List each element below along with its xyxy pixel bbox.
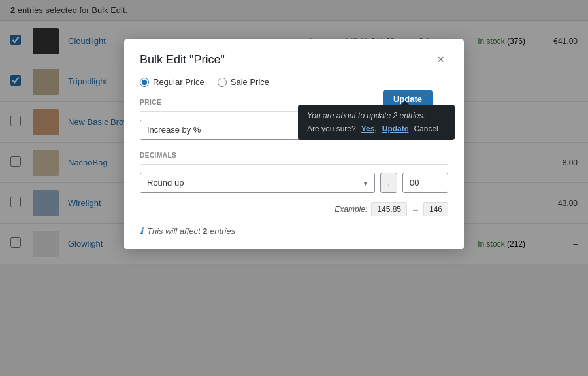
modal-title: Bulk Edit "Price" bbox=[140, 53, 225, 67]
example-label: Example: bbox=[335, 205, 367, 214]
decimals-section-label: DECIMALS bbox=[140, 152, 448, 159]
confirmation-tooltip: You are about to update 2 entries. Are y… bbox=[298, 105, 455, 140]
info-text: This will affect 2 entries bbox=[147, 226, 235, 236]
tooltip-yes[interactable]: Yes, bbox=[361, 124, 377, 133]
price-type-radio-group: Regular Price Sale Price bbox=[140, 77, 448, 87]
modal-overlay: Bulk Edit "Price" × Regular Price Sale P… bbox=[0, 0, 588, 376]
radio-sale-input[interactable] bbox=[218, 78, 227, 87]
radio-regular-label: Regular Price bbox=[153, 77, 204, 87]
radio-sale-price[interactable]: Sale Price bbox=[218, 77, 269, 87]
bulk-edit-modal: Bulk Edit "Price" × Regular Price Sale P… bbox=[124, 39, 464, 249]
radio-regular-input[interactable] bbox=[140, 78, 149, 87]
info-entries-suffix: entries bbox=[207, 226, 235, 236]
example-from: 145.85 bbox=[371, 202, 407, 216]
tooltip-line1: You are about to update 2 entries. bbox=[307, 111, 446, 120]
decimals-dropdown[interactable]: No rounding Round up Round down Round bbox=[140, 173, 375, 193]
radio-regular-price[interactable]: Regular Price bbox=[140, 77, 204, 87]
decimals-row: No rounding Round up Round down Round ▼ … bbox=[140, 173, 448, 193]
modal-close-button[interactable]: × bbox=[433, 52, 448, 67]
tooltip-cancel[interactable]: Cancel bbox=[414, 124, 438, 133]
modal-header: Bulk Edit "Price" × bbox=[140, 52, 448, 67]
tooltip-question: Are you sure? bbox=[307, 124, 356, 133]
comma-badge: , bbox=[380, 173, 397, 193]
decimals-input[interactable] bbox=[402, 173, 448, 193]
tooltip-box: You are about to update 2 entries. Are y… bbox=[298, 105, 455, 140]
radio-sale-label: Sale Price bbox=[231, 77, 269, 87]
decimals-dropdown-wrap: No rounding Round up Round down Round ▼ bbox=[140, 173, 375, 193]
arrow-right-icon: → bbox=[411, 205, 419, 214]
info-icon: ℹ bbox=[140, 226, 143, 236]
decimals-section: DECIMALS No rounding Round up Round down… bbox=[140, 152, 448, 193]
example-to: 146 bbox=[423, 202, 448, 216]
tooltip-update[interactable]: Update bbox=[382, 124, 409, 133]
example-row: Example: 145.85 → 146 bbox=[140, 202, 448, 216]
decimals-divider bbox=[140, 164, 448, 165]
info-row: ℹ This will affect 2 entries bbox=[140, 226, 448, 236]
